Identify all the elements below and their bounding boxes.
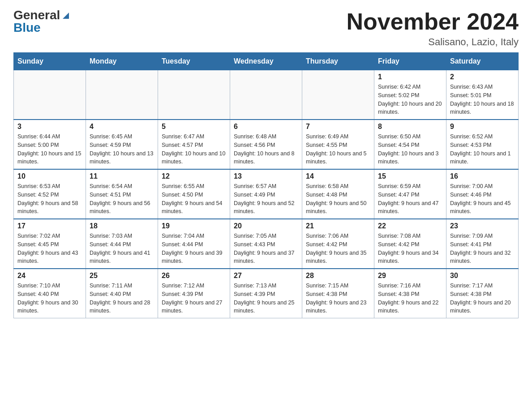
day-info: Sunrise: 6:44 AMSunset: 5:00 PMDaylight:… xyxy=(17,133,82,166)
day-cell: 25Sunrise: 7:11 AMSunset: 4:40 PMDayligh… xyxy=(86,269,158,318)
day-cell: 8Sunrise: 6:50 AMSunset: 4:54 PMDaylight… xyxy=(374,120,446,169)
day-cell: 16Sunrise: 7:00 AMSunset: 4:46 PMDayligh… xyxy=(446,169,519,219)
day-cell: 1Sunrise: 6:42 AMSunset: 5:02 PMDaylight… xyxy=(374,70,446,120)
day-info: Sunrise: 7:05 AMSunset: 4:43 PMDaylight:… xyxy=(234,232,298,265)
day-info: Sunrise: 6:50 AMSunset: 4:54 PMDaylight:… xyxy=(378,133,442,166)
day-cell: 17Sunrise: 7:02 AMSunset: 4:45 PMDayligh… xyxy=(14,219,86,269)
day-info: Sunrise: 7:11 AMSunset: 4:40 PMDaylight:… xyxy=(90,282,154,315)
day-number: 15 xyxy=(378,172,442,180)
day-number: 24 xyxy=(17,272,82,280)
day-cell: 26Sunrise: 7:12 AMSunset: 4:39 PMDayligh… xyxy=(158,269,230,318)
day-number: 11 xyxy=(90,172,154,180)
day-info: Sunrise: 6:48 AMSunset: 4:56 PMDaylight:… xyxy=(234,133,298,166)
day-cell xyxy=(230,70,302,120)
week-row-5: 24Sunrise: 7:10 AMSunset: 4:40 PMDayligh… xyxy=(14,269,519,318)
day-number: 14 xyxy=(306,172,370,180)
day-number: 8 xyxy=(378,123,442,131)
day-number: 29 xyxy=(378,272,442,280)
day-cell: 23Sunrise: 7:09 AMSunset: 4:41 PMDayligh… xyxy=(446,219,519,269)
day-info: Sunrise: 7:04 AMSunset: 4:44 PMDaylight:… xyxy=(162,232,226,265)
day-info: Sunrise: 7:08 AMSunset: 4:42 PMDaylight:… xyxy=(378,232,442,265)
day-cell: 6Sunrise: 6:48 AMSunset: 4:56 PMDaylight… xyxy=(230,120,302,169)
column-header-saturday: Saturday xyxy=(446,53,519,70)
day-number: 18 xyxy=(90,222,154,230)
day-info: Sunrise: 6:52 AMSunset: 4:53 PMDaylight:… xyxy=(450,133,515,166)
day-info: Sunrise: 6:57 AMSunset: 4:49 PMDaylight:… xyxy=(234,182,298,216)
column-header-monday: Monday xyxy=(86,53,158,70)
day-number: 4 xyxy=(90,123,154,131)
day-cell xyxy=(302,70,374,120)
day-cell: 9Sunrise: 6:52 AMSunset: 4:53 PMDaylight… xyxy=(446,120,519,169)
day-info: Sunrise: 7:13 AMSunset: 4:39 PMDaylight:… xyxy=(234,282,298,315)
week-row-4: 17Sunrise: 7:02 AMSunset: 4:45 PMDayligh… xyxy=(14,219,519,269)
day-info: Sunrise: 6:58 AMSunset: 4:48 PMDaylight:… xyxy=(306,182,370,216)
day-number: 21 xyxy=(306,222,370,230)
day-number: 23 xyxy=(450,222,515,230)
day-info: Sunrise: 6:42 AMSunset: 5:02 PMDaylight:… xyxy=(378,83,442,116)
logo-triangle-icon xyxy=(61,11,71,21)
day-info: Sunrise: 6:45 AMSunset: 4:59 PMDaylight:… xyxy=(90,133,154,166)
day-info: Sunrise: 6:47 AMSunset: 4:57 PMDaylight:… xyxy=(162,133,226,166)
day-number: 27 xyxy=(234,272,298,280)
logo-general-text: General xyxy=(13,9,60,21)
column-header-wednesday: Wednesday xyxy=(230,53,302,70)
calendar-table: SundayMondayTuesdayWednesdayThursdayFrid… xyxy=(13,52,519,318)
day-info: Sunrise: 7:06 AMSunset: 4:42 PMDaylight:… xyxy=(306,232,370,265)
day-cell: 27Sunrise: 7:13 AMSunset: 4:39 PMDayligh… xyxy=(230,269,302,318)
day-number: 28 xyxy=(306,272,370,280)
day-cell xyxy=(86,70,158,120)
column-header-tuesday: Tuesday xyxy=(158,53,230,70)
day-number: 16 xyxy=(450,172,515,180)
day-info: Sunrise: 6:53 AMSunset: 4:52 PMDaylight:… xyxy=(17,182,82,216)
day-cell xyxy=(158,70,230,120)
calendar-header-row: SundayMondayTuesdayWednesdayThursdayFrid… xyxy=(14,53,519,70)
day-cell: 22Sunrise: 7:08 AMSunset: 4:42 PMDayligh… xyxy=(374,219,446,269)
day-cell: 3Sunrise: 6:44 AMSunset: 5:00 PMDaylight… xyxy=(14,120,86,169)
day-cell: 28Sunrise: 7:15 AMSunset: 4:38 PMDayligh… xyxy=(302,269,374,318)
day-number: 20 xyxy=(234,222,298,230)
logo-blue-text: Blue xyxy=(13,21,41,34)
day-cell: 30Sunrise: 7:17 AMSunset: 4:38 PMDayligh… xyxy=(446,269,519,318)
day-cell: 24Sunrise: 7:10 AMSunset: 4:40 PMDayligh… xyxy=(14,269,86,318)
day-info: Sunrise: 7:00 AMSunset: 4:46 PMDaylight:… xyxy=(450,182,515,216)
title-area: November 2024 Salisano, Lazio, Italy xyxy=(347,9,519,48)
day-cell: 4Sunrise: 6:45 AMSunset: 4:59 PMDaylight… xyxy=(86,120,158,169)
day-number: 6 xyxy=(234,123,298,131)
day-info: Sunrise: 6:49 AMSunset: 4:55 PMDaylight:… xyxy=(306,133,370,166)
day-cell: 15Sunrise: 6:59 AMSunset: 4:47 PMDayligh… xyxy=(374,169,446,219)
day-info: Sunrise: 7:02 AMSunset: 4:45 PMDaylight:… xyxy=(17,232,82,265)
day-cell xyxy=(14,70,86,120)
day-number: 10 xyxy=(17,172,82,180)
day-info: Sunrise: 7:12 AMSunset: 4:39 PMDaylight:… xyxy=(162,282,226,315)
week-row-1: 1Sunrise: 6:42 AMSunset: 5:02 PMDaylight… xyxy=(14,70,519,120)
column-header-thursday: Thursday xyxy=(302,53,374,70)
month-title: November 2024 xyxy=(347,9,519,34)
day-cell: 2Sunrise: 6:43 AMSunset: 5:01 PMDaylight… xyxy=(446,70,519,120)
day-number: 12 xyxy=(162,172,226,180)
logo: General Blue xyxy=(13,9,71,34)
day-number: 7 xyxy=(306,123,370,131)
day-number: 25 xyxy=(90,272,154,280)
day-number: 2 xyxy=(450,73,515,81)
day-info: Sunrise: 6:59 AMSunset: 4:47 PMDaylight:… xyxy=(378,182,442,216)
day-info: Sunrise: 7:17 AMSunset: 4:38 PMDaylight:… xyxy=(450,282,515,315)
day-cell: 19Sunrise: 7:04 AMSunset: 4:44 PMDayligh… xyxy=(158,219,230,269)
day-info: Sunrise: 7:03 AMSunset: 4:44 PMDaylight:… xyxy=(90,232,154,265)
day-cell: 10Sunrise: 6:53 AMSunset: 4:52 PMDayligh… xyxy=(14,169,86,219)
day-number: 19 xyxy=(162,222,226,230)
day-number: 3 xyxy=(17,123,82,131)
day-number: 13 xyxy=(234,172,298,180)
week-row-2: 3Sunrise: 6:44 AMSunset: 5:00 PMDaylight… xyxy=(14,120,519,169)
day-number: 22 xyxy=(378,222,442,230)
day-number: 30 xyxy=(450,272,515,280)
day-info: Sunrise: 6:43 AMSunset: 5:01 PMDaylight:… xyxy=(450,83,515,116)
day-cell: 5Sunrise: 6:47 AMSunset: 4:57 PMDaylight… xyxy=(158,120,230,169)
day-number: 5 xyxy=(162,123,226,131)
day-info: Sunrise: 6:55 AMSunset: 4:50 PMDaylight:… xyxy=(162,182,226,216)
day-cell: 20Sunrise: 7:05 AMSunset: 4:43 PMDayligh… xyxy=(230,219,302,269)
svg-marker-0 xyxy=(63,13,69,19)
day-info: Sunrise: 7:16 AMSunset: 4:38 PMDaylight:… xyxy=(378,282,442,315)
day-info: Sunrise: 6:54 AMSunset: 4:51 PMDaylight:… xyxy=(90,182,154,216)
day-cell: 18Sunrise: 7:03 AMSunset: 4:44 PMDayligh… xyxy=(86,219,158,269)
day-cell: 14Sunrise: 6:58 AMSunset: 4:48 PMDayligh… xyxy=(302,169,374,219)
